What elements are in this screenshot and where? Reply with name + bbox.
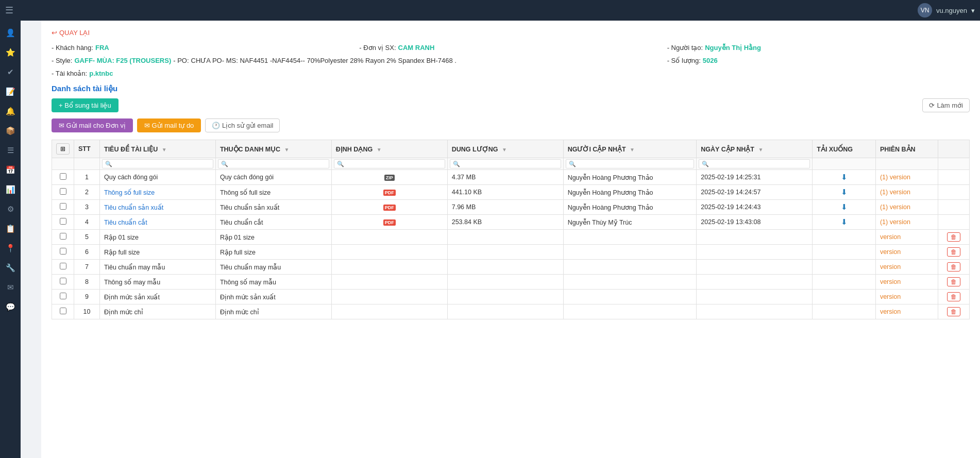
add-document-button[interactable]: + Bổ sung tài liệu [52, 98, 119, 112]
sidebar-icon-box[interactable]: 📦 [2, 123, 19, 139]
row-stt: 6 [74, 245, 100, 260]
download-button[interactable]: ⬇ [841, 202, 848, 211]
version-link[interactable]: version [880, 278, 901, 285]
row-checkbox[interactable] [60, 203, 66, 210]
row-checkbox-cell [52, 245, 74, 260]
row-checkbox[interactable] [60, 308, 66, 314]
sidebar-icon-menu[interactable]: ☰ [2, 142, 19, 159]
sidebar-icon-calendar[interactable]: 📅 [2, 162, 19, 178]
delete-button[interactable]: 🗑 [947, 277, 960, 286]
sidebar-icon-pin[interactable]: 📍 [2, 240, 19, 257]
table-row: 4Tiêu chuẩn cắtTiêu chuẩn cắtPDF253.84 K… [52, 215, 970, 230]
row-phien-ban[interactable]: version [875, 275, 938, 290]
tieu-de-link[interactable]: Tiêu chuẩn sản xuất [104, 204, 163, 211]
row-action[interactable]: 🗑 [938, 260, 970, 275]
send-email-free-button[interactable]: ✉ Gửi mail tự do [137, 118, 201, 132]
sidebar-icon-user[interactable]: 👤 [2, 25, 19, 41]
row-checkbox[interactable] [60, 293, 66, 299]
row-phien-ban[interactable]: version [875, 230, 938, 245]
download-button[interactable]: ⬇ [841, 217, 848, 226]
avatar: VN [918, 3, 932, 18]
download-button[interactable]: ⬇ [841, 173, 848, 181]
table-options-button[interactable]: ⊞ [56, 143, 70, 155]
row-action[interactable]: 🗑 [938, 245, 970, 260]
row-checkbox[interactable] [60, 233, 66, 240]
row-tai-xuong[interactable]: ⬇ [813, 200, 876, 215]
filter-nguoi-input[interactable] [566, 159, 695, 168]
delete-button[interactable]: 🗑 [947, 292, 960, 301]
row-tieu-de[interactable]: Tiêu chuẩn sản xuất [100, 200, 216, 215]
row-phien-ban[interactable]: (1) version [875, 215, 938, 230]
filter-tieu-de-input[interactable] [102, 159, 213, 168]
back-button[interactable]: ↩ QUAY LẠI [52, 29, 90, 37]
delete-button[interactable]: 🗑 [947, 232, 960, 242]
row-dinh-dang: PDF [331, 185, 447, 200]
version-link[interactable]: (1) version [880, 203, 910, 211]
version-link[interactable]: version [880, 263, 901, 270]
row-checkbox[interactable] [60, 218, 66, 225]
row-tieu-de[interactable]: Thông số full size [100, 185, 216, 200]
send-email-dv-button[interactable]: ✉ Gửi mail cho Đơn vị [52, 118, 133, 132]
row-phien-ban[interactable]: (1) version [875, 200, 938, 215]
filter-danh-muc-input[interactable] [218, 159, 329, 168]
row-phien-ban[interactable]: version [875, 245, 938, 260]
sidebar-icon-mail[interactable]: ✉ [2, 279, 19, 296]
download-button[interactable]: ⬇ [841, 188, 848, 196]
row-phien-ban[interactable]: (1) version [875, 185, 938, 200]
row-action[interactable]: 🗑 [938, 275, 970, 290]
filter-ngay-input[interactable] [699, 159, 810, 168]
row-action[interactable]: 🗑 [938, 290, 970, 304]
tieu-de-link[interactable]: Tiêu chuẩn cắt [104, 219, 147, 226]
sidebar-icon-edit[interactable]: 📝 [2, 83, 19, 100]
row-danh-muc: Tiêu chuẩn cắt [215, 215, 331, 230]
refresh-icon: ⟳ [929, 101, 935, 109]
row-phien-ban[interactable]: (1) version [875, 170, 938, 185]
sidebar-icon-star[interactable]: ⭐ [2, 44, 19, 61]
row-checkbox[interactable] [60, 278, 66, 284]
version-link[interactable]: (1) version [880, 218, 910, 226]
sidebar-icon-bell[interactable]: 🔔 [2, 103, 19, 120]
delete-button[interactable]: 🗑 [947, 307, 960, 316]
row-tai-xuong[interactable]: ⬇ [813, 185, 876, 200]
row-dinh-dang: PDF [331, 215, 447, 230]
version-link[interactable]: (1) version [880, 174, 910, 181]
delete-button[interactable]: 🗑 [947, 262, 960, 272]
sidebar-icon-chart[interactable]: 📊 [2, 181, 19, 198]
sidebar-icon-settings[interactable]: ⚙ [2, 201, 19, 217]
sidebar-icon-tool[interactable]: 🔧 [2, 260, 19, 276]
menu-icon[interactable]: ☰ [5, 5, 13, 16]
sidebar-icon-check[interactable]: ✔ [2, 64, 19, 80]
row-checkbox[interactable] [60, 188, 66, 195]
version-link[interactable]: version [880, 293, 901, 300]
user-menu[interactable]: VN vu.nguyen ▾ [918, 3, 975, 18]
sidebar-icon-chat[interactable]: 💬 [2, 299, 19, 315]
version-link[interactable]: version [880, 248, 901, 256]
row-checkbox[interactable] [60, 263, 66, 269]
sidebar-icon-clipboard[interactable]: 📋 [2, 220, 19, 237]
tieu-de-link[interactable]: Thông số full size [104, 189, 155, 196]
filter-dinh-dang-input[interactable] [334, 159, 445, 168]
email-history-button[interactable]: 🕐 Lịch sử gửi email [205, 118, 280, 132]
row-checkbox[interactable] [60, 173, 66, 180]
row-tai-xuong[interactable]: ⬇ [813, 215, 876, 230]
row-tai-xuong[interactable]: ⬇ [813, 170, 876, 185]
delete-button[interactable]: 🗑 [947, 247, 960, 257]
filter-dung-luong-input[interactable] [450, 159, 561, 168]
row-phien-ban[interactable]: version [875, 260, 938, 275]
row-phien-ban[interactable]: version [875, 290, 938, 304]
row-ngay-cap-nhat: 2025-02-19 14:24:43 [697, 200, 813, 215]
version-link[interactable]: version [880, 308, 901, 315]
table-filter-row [52, 158, 970, 170]
row-action[interactable]: 🗑 [938, 304, 970, 319]
row-checkbox[interactable] [60, 248, 66, 255]
version-link[interactable]: (1) version [880, 189, 910, 196]
row-action[interactable]: 🗑 [938, 230, 970, 245]
table-row: 7Tiêu chuẩn may mẫuTiêu chuẩn may mẫuver… [52, 260, 970, 275]
row-tieu-de[interactable]: Tiêu chuẩn cắt [100, 215, 216, 230]
row-ngay-cap-nhat [697, 260, 813, 275]
version-link[interactable]: version [880, 233, 901, 241]
row-danh-muc: Rập full size [215, 245, 331, 260]
refresh-button[interactable]: ⟳ Làm mới [922, 98, 970, 112]
so-luong-label: - Số lượng: [667, 56, 701, 66]
row-phien-ban[interactable]: version [875, 304, 938, 319]
